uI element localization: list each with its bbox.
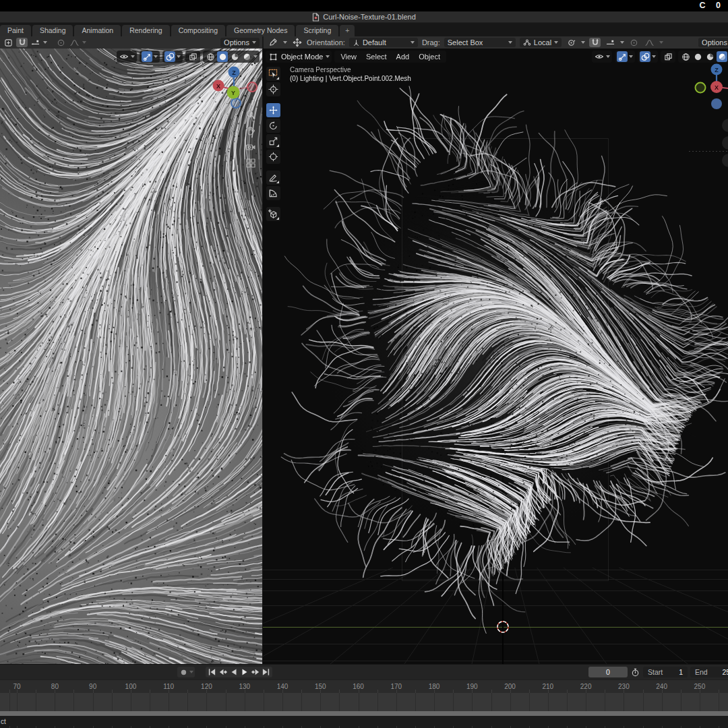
rendered-icon[interactable] — [241, 51, 252, 62]
snap-target-icon[interactable] — [605, 38, 616, 47]
viewport-right: Object Mode ViewSelectAddObject — [263, 49, 728, 664]
visibility-group — [117, 51, 137, 63]
gizmo-icon[interactable] — [142, 51, 152, 62]
workspace-tab[interactable]: Scripting — [296, 25, 338, 36]
tool-settings-left: Options — [0, 36, 262, 49]
tool-dropdown-caret[interactable] — [283, 41, 287, 44]
snap-dropdown-caret[interactable] — [43, 41, 47, 44]
camera-icon[interactable] — [245, 142, 256, 152]
magnet-icon[interactable] — [589, 38, 601, 47]
play-icon[interactable] — [239, 667, 249, 677]
drag-dropdown[interactable]: Select Box — [444, 38, 516, 47]
falloff-curve-icon[interactable] — [69, 38, 80, 47]
stopwatch-icon[interactable] — [630, 667, 640, 677]
timeline-scrollbar[interactable] — [0, 711, 728, 716]
svg-text:X: X — [216, 83, 220, 90]
jump-first-icon[interactable] — [207, 667, 217, 677]
add-cube-tool[interactable] — [266, 207, 280, 221]
jump-last-icon[interactable] — [261, 667, 271, 677]
overlays-icon[interactable] — [164, 51, 175, 62]
workspace-tab[interactable]: Rendering — [122, 25, 169, 36]
ortho-grid-icon[interactable] — [245, 158, 256, 169]
gizmo-icon[interactable] — [617, 51, 628, 62]
orientation-dropdown[interactable]: Default — [349, 38, 418, 47]
snap-target-icon[interactable] — [30, 38, 41, 47]
frame-range-controls: 0 Start 1 End 250 — [588, 667, 728, 677]
system-status-icons: C 0 — [700, 1, 725, 10]
move-tool[interactable] — [266, 103, 280, 117]
falloff-curve-icon[interactable] — [644, 38, 655, 47]
viewport-right-header: Object Mode ViewSelectAddObject — [266, 51, 446, 63]
transform-tool[interactable] — [266, 150, 280, 164]
workspace-tab[interactable]: Geometry Nodes — [226, 25, 295, 36]
title-bar: Curl-Noise-Texture-01.blend — [0, 11, 728, 23]
timeline-ruler[interactable]: 7080901001101201301401501601701801902002… — [0, 679, 728, 693]
snapping-orbit-icon[interactable] — [566, 38, 577, 47]
system-bar: C 0 — [0, 0, 728, 11]
next-key-icon[interactable] — [250, 667, 260, 677]
timeline-channels[interactable]: ct — [0, 716, 728, 728]
window-title: Curl-Noise-Texture-01.blend — [323, 13, 416, 21]
workspace-tab[interactable]: Shading — [32, 25, 73, 36]
drag-label: Drag: — [422, 38, 440, 47]
workspace-tab[interactable]: Compositing — [171, 25, 225, 36]
zoom-icon[interactable] — [245, 109, 256, 120]
proportional-icon[interactable] — [628, 38, 640, 47]
play-reverse-icon[interactable] — [229, 667, 239, 677]
viewport-left: Z X Y — [0, 49, 262, 664]
proportional-icon[interactable] — [55, 38, 67, 47]
timeline-header: 0 Start 1 End 250 — [0, 664, 728, 679]
viewport-right-canvas[interactable] — [263, 49, 728, 664]
workspace-tab[interactable]: Animation — [74, 25, 121, 36]
solid-icon[interactable] — [217, 51, 228, 62]
material-preview-icon[interactable] — [229, 51, 240, 62]
active-tool-icon[interactable] — [3, 38, 14, 47]
wireframe-icon[interactable] — [680, 51, 691, 62]
viewport-overlay-text: Camera Perspective (0) Lighting | Vert.O… — [290, 65, 411, 83]
options-dropdown-left[interactable]: Options — [220, 38, 260, 47]
cursor-tool[interactable] — [266, 82, 280, 96]
orbit-dropdown-caret[interactable] — [581, 41, 585, 44]
viewport-left-canvas[interactable] — [0, 49, 262, 664]
record-icon[interactable] — [179, 667, 189, 677]
frame-end-field[interactable]: End 250 — [690, 667, 728, 677]
navigation-gizmo[interactable]: Z X — [693, 61, 728, 115]
gizmos-group — [140, 51, 160, 63]
workspace-tab[interactable]: Paint — [0, 25, 31, 36]
viewport-nav-buttons — [245, 109, 256, 169]
navigation-gizmo[interactable]: Z X Y — [210, 63, 260, 113]
menu-item[interactable]: Add — [392, 53, 414, 61]
select-box-tool[interactable] — [266, 67, 280, 81]
magnet-icon[interactable] — [16, 38, 28, 47]
annotate-tool[interactable] — [266, 171, 280, 185]
timeline-tracks[interactable] — [0, 693, 728, 711]
pivot-dropdown[interactable]: Local — [520, 38, 562, 47]
scale-tool[interactable] — [266, 134, 280, 148]
menu-item[interactable]: Object — [415, 53, 444, 61]
frame-start-field[interactable]: Start 1 — [643, 667, 688, 677]
eye-icon[interactable] — [119, 51, 129, 62]
prev-key-icon[interactable] — [218, 667, 228, 677]
snap-dropdown-caret[interactable] — [620, 41, 624, 44]
orientation-label: Orientation: — [307, 38, 345, 47]
xray-icon[interactable] — [663, 51, 673, 62]
workspace-tabs: PaintShadingAnimationRenderingCompositin… — [0, 23, 728, 36]
wireframe-icon[interactable] — [205, 51, 216, 62]
workspace-tab[interactable]: + — [340, 25, 355, 36]
pan-hand-icon[interactable] — [245, 125, 256, 136]
falloff-dropdown-caret[interactable] — [82, 41, 86, 44]
mode-dropdown[interactable]: Object Mode — [266, 51, 332, 63]
current-frame-field[interactable]: 0 — [588, 667, 628, 677]
eye-icon[interactable] — [594, 51, 605, 62]
menu-item[interactable]: View — [336, 53, 361, 61]
options-dropdown-right[interactable]: Options — [698, 38, 728, 47]
toolbar — [266, 67, 280, 221]
active-object-info: (0) Lighting | Vert.Object.Point.002.Mes… — [290, 74, 411, 83]
xray-icon[interactable] — [187, 51, 198, 62]
active-tool-icon[interactable] — [268, 38, 279, 47]
overlays-icon[interactable] — [640, 51, 650, 62]
menu-item[interactable]: Select — [362, 53, 391, 61]
rotate-tool[interactable] — [266, 119, 280, 133]
orientation-axis-icon — [353, 39, 360, 47]
measure-tool[interactable] — [266, 186, 280, 200]
